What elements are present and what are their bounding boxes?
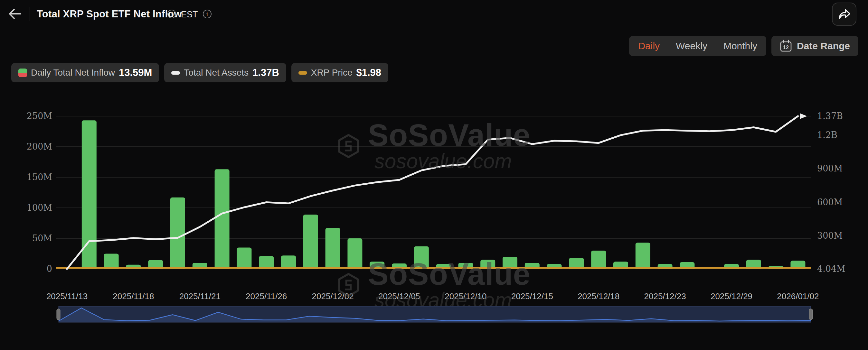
svg-text:250M: 250M <box>27 111 52 121</box>
chart-legend: Daily Total Net Inflow 13.59M Total Net … <box>11 63 388 82</box>
svg-text:50M: 50M <box>32 233 52 243</box>
svg-text:2025/11/21: 2025/11/21 <box>179 291 221 301</box>
svg-text:600M: 600M <box>817 197 843 207</box>
header-divider <box>30 7 30 21</box>
svg-text:2025/11/18: 2025/11/18 <box>113 291 154 301</box>
svg-text:100M: 100M <box>27 203 52 213</box>
white-dash-icon <box>171 71 180 75</box>
svg-text:300M: 300M <box>817 231 843 241</box>
share-icon <box>837 7 851 22</box>
svg-text:2025/12/05: 2025/12/05 <box>378 291 420 301</box>
share-button[interactable] <box>832 3 857 26</box>
xrp-etf-chart-page: Total XRP Spot ETF Net Inflow i EST i Da… <box>0 0 868 350</box>
svg-text:2025/11/13: 2025/11/13 <box>46 291 88 301</box>
gold-dash-icon <box>299 71 307 75</box>
legend-item-xrp-price[interactable]: XRP Price $1.98 <box>291 63 388 82</box>
svg-text:2025/12/29: 2025/12/29 <box>711 291 752 301</box>
svg-text:2026/01/02: 2026/01/02 <box>777 291 819 301</box>
calendar-icon: 12 <box>780 40 792 53</box>
svg-text:4.04M: 4.04M <box>817 264 845 274</box>
legend-item-net-inflow[interactable]: Daily Total Net Inflow 13.59M <box>11 63 159 82</box>
legend-value: 1.37B <box>252 67 279 78</box>
svg-text:2025/12/18: 2025/12/18 <box>578 291 619 301</box>
svg-text:2025/12/10: 2025/12/10 <box>445 291 487 301</box>
svg-text:0: 0 <box>47 264 52 274</box>
svg-text:1.37B: 1.37B <box>817 111 843 121</box>
date-range-label: Date Range <box>797 40 850 51</box>
svg-text:1.2B: 1.2B <box>817 130 837 140</box>
back-button[interactable] <box>7 6 23 21</box>
timezone-label: EST <box>181 10 198 20</box>
timeline-navigator[interactable] <box>0 305 868 325</box>
svg-text:200M: 200M <box>27 142 52 151</box>
tab-daily[interactable]: Daily <box>638 40 660 51</box>
svg-text:2025/11/26: 2025/11/26 <box>246 291 287 301</box>
main-chart: 050M100M150M200M250M4.04M300M600M900M1.2… <box>0 109 868 309</box>
legend-value: 13.59M <box>119 67 152 78</box>
tab-monthly[interactable]: Monthly <box>723 40 757 51</box>
legend-label: Daily Total Net Inflow <box>31 68 115 78</box>
chart-controls: Daily Weekly Monthly 12 Date Range <box>629 36 858 56</box>
svg-text:2025/12/15: 2025/12/15 <box>511 291 553 301</box>
svg-text:2025/12/02: 2025/12/02 <box>312 291 354 301</box>
green-red-split-square-icon <box>18 69 27 77</box>
date-range-button[interactable]: 12 Date Range <box>771 36 858 56</box>
svg-text:150M: 150M <box>27 172 52 182</box>
title-info-icon[interactable]: i <box>167 10 176 18</box>
legend-label: XRP Price <box>311 68 352 78</box>
svg-text:2025/12/23: 2025/12/23 <box>644 291 686 301</box>
svg-text:900M: 900M <box>817 164 843 173</box>
legend-label: Total Net Assets <box>184 68 249 78</box>
back-arrow-icon <box>8 8 22 20</box>
legend-value: $1.98 <box>356 67 381 78</box>
svg-text:12: 12 <box>783 45 789 50</box>
legend-item-net-assets[interactable]: Total Net Assets 1.37B <box>164 63 286 82</box>
page-header: Total XRP Spot ETF Net Inflow i EST i <box>0 0 868 28</box>
navigator-handle-right <box>809 309 813 320</box>
navigator-handle-left <box>57 309 60 320</box>
timezone-info-icon[interactable]: i <box>203 10 212 18</box>
tab-weekly[interactable]: Weekly <box>676 40 707 51</box>
interval-tabs: Daily Weekly Monthly <box>629 36 766 56</box>
page-title: Total XRP Spot ETF Net Inflow <box>37 8 182 20</box>
